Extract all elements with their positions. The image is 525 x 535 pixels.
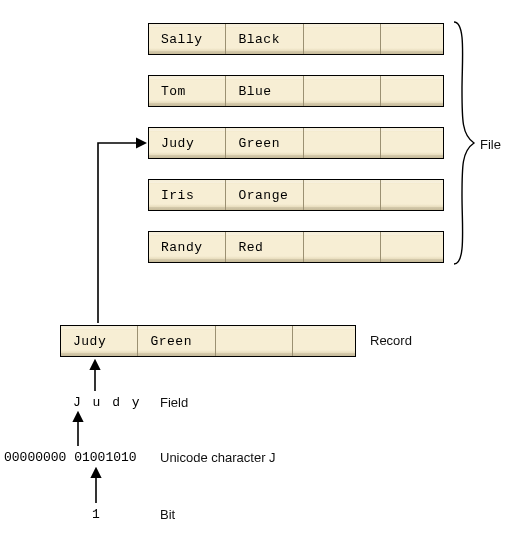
cell-blank: [304, 24, 381, 54]
cell-blank: [216, 326, 293, 356]
cell-name: Sally: [149, 24, 226, 54]
cell-name: Randy: [149, 232, 226, 262]
file-brace-icon: [454, 22, 474, 264]
cell-blank: [381, 180, 443, 210]
record-label: Record: [370, 333, 412, 348]
field-label: Field: [160, 395, 188, 410]
cell-blank: [381, 76, 443, 106]
unicode-bits: 00000000 01001010: [4, 450, 137, 465]
cell-color: Green: [138, 326, 215, 356]
cell-blank: [293, 326, 355, 356]
file-record-row-3: Judy Green: [148, 127, 444, 159]
cell-blank: [304, 180, 381, 210]
cell-blank: [381, 24, 443, 54]
cell-color: Blue: [226, 76, 303, 106]
unicode-label: Unicode character J: [160, 450, 276, 465]
bit-label: Bit: [160, 507, 175, 522]
cell-name: Iris: [149, 180, 226, 210]
record-row: Judy Green: [60, 325, 356, 357]
cell-blank: [381, 232, 443, 262]
bit-value: 1: [92, 507, 100, 522]
cell-color: Red: [226, 232, 303, 262]
cell-color: Orange: [226, 180, 303, 210]
cell-name: Tom: [149, 76, 226, 106]
cell-blank: [304, 76, 381, 106]
cell-blank: [304, 232, 381, 262]
file-label: File: [480, 137, 501, 152]
field-value: J u d y: [73, 395, 142, 410]
file-record-row-2: Tom Blue: [148, 75, 444, 107]
cell-name: Judy: [149, 128, 226, 158]
file-record-row-1: Sally Black: [148, 23, 444, 55]
cell-color: Green: [226, 128, 303, 158]
file-record-row-5: Randy Red: [148, 231, 444, 263]
cell-name: Judy: [61, 326, 138, 356]
arrow-record-to-file-icon: [98, 143, 144, 323]
cell-color: Black: [226, 24, 303, 54]
cell-blank: [381, 128, 443, 158]
file-record-row-4: Iris Orange: [148, 179, 444, 211]
cell-blank: [304, 128, 381, 158]
